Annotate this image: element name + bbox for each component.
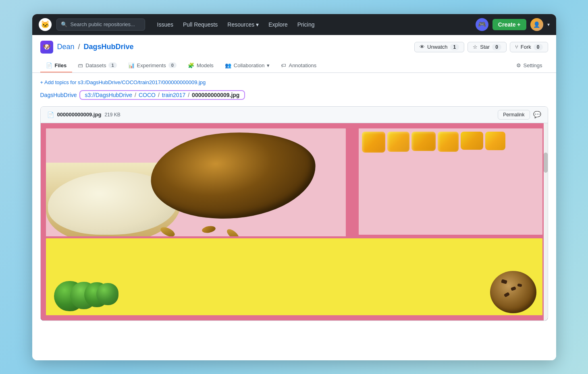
unwatch-count: 1 (450, 44, 459, 50)
comment-button[interactable]: 💬 (533, 111, 541, 118)
breadcrumb-highlighted: s3://DagsHubDrive / COCO / train2017 / 0… (79, 90, 245, 100)
repo-separator: / (78, 43, 80, 51)
tab-settings[interactable]: ⚙ Settings (511, 59, 548, 72)
collab-icon: 👥 (225, 62, 231, 68)
repo-full-name: Dean / DagsHubDrive (57, 43, 134, 51)
repo-title: 🐶 Dean / DagsHubDrive (40, 41, 134, 54)
nav-issues[interactable]: Issues (153, 19, 177, 30)
file-name-row: 📄 000000000009.jpg 219 KB (47, 112, 121, 118)
nav-pull-requests[interactable]: Pull Requests (179, 19, 222, 30)
permalink-button[interactable]: Permalink (498, 110, 530, 120)
image-container (41, 123, 548, 320)
file-actions: Permalink 💬 (498, 110, 541, 120)
tab-collaboration[interactable]: 👥 Collaboration ▾ (219, 59, 276, 72)
chevron-down-icon[interactable]: ▾ (547, 22, 550, 27)
fork-button[interactable]: ⑂ Fork 0 (510, 42, 548, 52)
repo-tabs: 📄 Files 🗃 Datasets 1 📊 Experiments 0 🧩 M… (40, 59, 548, 72)
datasets-badge: 1 (108, 62, 116, 68)
annotation-icon: 🏷 (281, 62, 286, 68)
add-topics-link[interactable]: + Add topics for s3:/DagsHubDrive/COCO/t… (40, 79, 548, 85)
avatar-image: 👤 (530, 18, 543, 31)
breadcrumb-coco[interactable]: COCO (139, 92, 156, 98)
tab-datasets[interactable]: 🗃 Datasets 1 (72, 59, 122, 72)
repo-title-row: 🐶 Dean / DagsHubDrive 👁 Unwatch 1 ☆ Star (40, 41, 548, 54)
file-viewer: 📄 000000000009.jpg 219 KB Permalink 💬 (40, 106, 548, 321)
user-avatar[interactable]: 👤 (530, 18, 543, 31)
file-type-icon: 📄 (47, 112, 54, 118)
dataset-icon: 🗃 (78, 62, 83, 68)
fork-icon: ⑂ (515, 44, 518, 50)
food-image (41, 123, 548, 320)
nav-explore[interactable]: Explore (264, 19, 291, 30)
repo-name-link[interactable]: DagsHubDrive (84, 43, 134, 51)
tab-models[interactable]: 🧩 Models (182, 59, 219, 72)
breadcrumb: DagsHubDrive s3://DagsHubDrive / COCO / … (40, 90, 548, 100)
search-placeholder: Search public repositories... (71, 21, 135, 27)
breadcrumb-train2017[interactable]: train2017 (162, 92, 185, 98)
model-icon: 🧩 (188, 62, 194, 68)
experiments-badge: 0 (168, 62, 177, 68)
tab-experiments[interactable]: 📊 Experiments 0 (123, 59, 182, 72)
eye-icon: 👁 (420, 44, 425, 50)
repo-owner-link[interactable]: Dean (57, 43, 75, 51)
search-icon: 🔍 (61, 21, 67, 27)
fork-count: 0 (534, 44, 543, 50)
breadcrumb-filename: 000000000009.jpg (192, 92, 239, 98)
star-button[interactable]: ☆ Star 0 (467, 42, 507, 52)
star-icon: ☆ (473, 44, 478, 50)
file-icon: 📄 (46, 62, 52, 68)
experiment-icon: 📊 (128, 62, 135, 68)
breadcrumb-s3-part[interactable]: s3://DagsHubDrive (85, 92, 133, 98)
repo-header: 🐶 Dean / DagsHubDrive 👁 Unwatch 1 ☆ Star (32, 35, 556, 73)
file-name: 000000000009.jpg (57, 112, 102, 118)
topnav: 🐱 🔍 Search public repositories... Issues… (32, 14, 556, 35)
discord-button[interactable]: 🎮 (476, 18, 488, 31)
repo-actions: 👁 Unwatch 1 ☆ Star 0 ⑂ Fork 0 (414, 42, 548, 52)
star-count: 0 (492, 44, 501, 50)
chevron-down-icon: ▾ (267, 62, 270, 68)
search-box[interactable]: 🔍 Search public repositories... (56, 19, 145, 31)
comment-icon: 💬 (533, 111, 541, 118)
file-size: 219 KB (104, 112, 120, 118)
tab-annotations[interactable]: 🏷 Annotations (275, 59, 322, 72)
breadcrumb-root[interactable]: DagsHubDrive (40, 92, 77, 98)
scrollbar (544, 123, 548, 320)
create-button[interactable]: Create + (492, 19, 526, 30)
main-content: + Add topics for s3:/DagsHubDrive/COCO/t… (32, 73, 556, 360)
settings-icon: ⚙ (516, 62, 521, 68)
scrollbar-thumb[interactable] (544, 153, 548, 173)
unwatch-button[interactable]: 👁 Unwatch 1 (414, 42, 464, 52)
nav-resources[interactable]: Resources ▾ (223, 19, 263, 30)
discord-icon: 🎮 (478, 21, 486, 28)
nav-pricing[interactable]: Pricing (293, 19, 319, 30)
site-logo[interactable]: 🐱 (39, 18, 52, 31)
nav-links: Issues Pull Requests Resources ▾ Explore… (153, 19, 319, 30)
file-header: 📄 000000000009.jpg 219 KB Permalink 💬 (41, 107, 548, 123)
chevron-down-icon: ▾ (256, 21, 259, 28)
nav-right: 🎮 Create + 👤 ▾ (476, 18, 550, 31)
repo-avatar: 🐶 (40, 41, 53, 54)
tab-files[interactable]: 📄 Files (40, 59, 73, 72)
browser-window: 🐱 🔍 Search public repositories... Issues… (32, 14, 556, 360)
